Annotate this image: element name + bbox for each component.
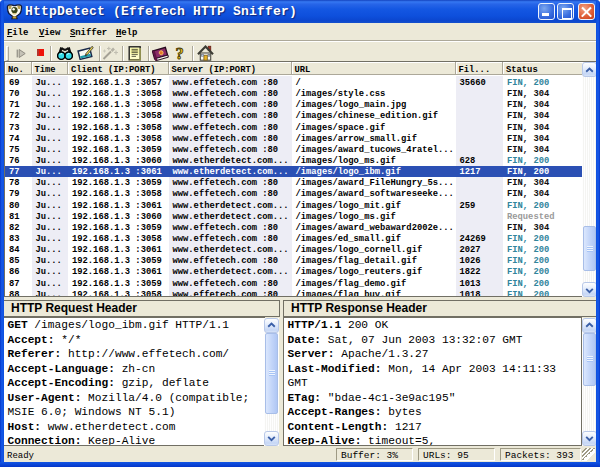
svg-text:?: ? — [175, 46, 183, 61]
